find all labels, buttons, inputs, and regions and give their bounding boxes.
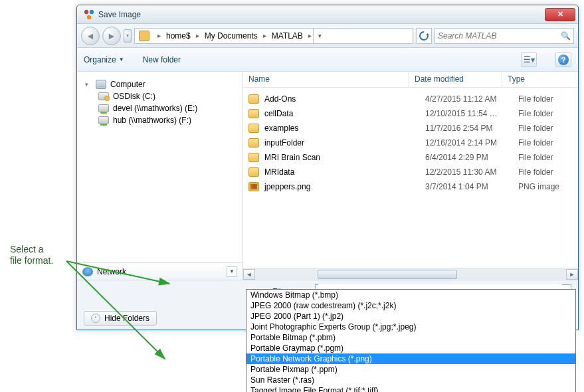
list-item[interactable]: examples11/7/2016 2:54 PMFile folder	[243, 121, 578, 136]
chevron-right-icon: ▸	[262, 32, 268, 39]
cell-type: File folder	[518, 153, 573, 162]
scroll-track[interactable]	[255, 269, 566, 280]
breadcrumb-segment[interactable]: My Documents	[201, 29, 262, 43]
filetype-option[interactable]: Sun Raster (*.ras)	[246, 375, 575, 385]
chevron-down-icon[interactable]: ▼	[227, 266, 237, 277]
folder-icon	[248, 167, 259, 177]
column-type[interactable]: Type	[502, 72, 578, 87]
tree-node-drive[interactable]: OSDisk (C:)	[98, 90, 239, 102]
folder-icon	[248, 138, 259, 147]
filetype-option[interactable]: Tagged Image File Format (*.tif;*.tiff)	[246, 385, 575, 392]
scroll-right-button[interactable]: ►	[566, 269, 578, 280]
save-image-dialog: Save Image ✕ ◄ ► ▾ ▸ home$ ▸ My Document…	[76, 5, 579, 330]
column-date[interactable]: Date modified	[409, 72, 502, 87]
help-button[interactable]: ?	[555, 52, 571, 67]
filetype-option[interactable]: JPEG 2000 (raw codestream) (*.j2c;*.j2k)	[246, 300, 575, 311]
cell-date: 3/7/2014 1:04 PM	[425, 182, 518, 191]
filetype-option[interactable]: JPEG 2000 (Part 1) (*.jp2)	[246, 311, 575, 322]
search-input[interactable]	[438, 31, 561, 41]
breadcrumb-segment[interactable]: home$	[162, 29, 195, 43]
cell-type: File folder	[518, 94, 573, 104]
tree-node-computer[interactable]: ▾ Computer	[85, 78, 239, 90]
folder-icon	[139, 31, 149, 41]
refresh-button[interactable]	[416, 28, 432, 44]
network-drive-icon	[98, 116, 109, 124]
cell-date: 6/4/2014 2:29 PM	[425, 153, 518, 162]
breadcrumb-dropdown[interactable]: ▾	[313, 29, 326, 43]
callout-line1: Select a	[10, 244, 53, 255]
filetype-option[interactable]: Joint Photographic Experts Group (*.jpg;…	[246, 322, 575, 332]
cell-name: Add-Ons	[264, 94, 425, 104]
cell-name: jpeppers.png	[264, 182, 425, 191]
horizontal-scrollbar[interactable]: ◄ ►	[243, 268, 578, 280]
chevron-right-icon: ▸	[307, 32, 313, 39]
filetype-option[interactable]: Portable Bitmap (*.pbm)	[246, 332, 575, 343]
close-button[interactable]: ✕	[545, 8, 575, 21]
hide-folders-button[interactable]: ˄ Hide Folders	[84, 311, 157, 326]
hide-folders-label: Hide Folders	[104, 314, 149, 323]
breadcrumb[interactable]: ▸ home$ ▸ My Documents ▸ MATLAB ▸ ▾	[134, 28, 413, 44]
column-headers[interactable]: Name Date modified Type	[243, 72, 578, 88]
file-list[interactable]: Add-Ons4/27/2015 11:12 AMFile foldercell…	[243, 88, 578, 268]
folder-icon	[248, 124, 259, 133]
title-bar[interactable]: Save Image ✕	[77, 5, 578, 24]
search-box[interactable]: 🔍	[435, 28, 574, 44]
tree-node-drive[interactable]: hub (\\mathworks) (F:)	[98, 114, 239, 126]
nav-back-button[interactable]: ◄	[81, 27, 100, 45]
nav-forward-button[interactable]: ►	[102, 27, 121, 45]
list-item[interactable]: jpeppers.png3/7/2014 1:04 PMPNG image	[243, 179, 578, 194]
list-item[interactable]: MRIdata12/2/2015 11:30 AMFile folder	[243, 165, 578, 179]
list-item[interactable]: cellData12/10/2015 11:54 …File folder	[243, 106, 578, 121]
network-drive-icon	[98, 104, 109, 112]
cell-type: File folder	[518, 138, 573, 147]
list-item[interactable]: MRI Brain Scan6/4/2014 2:29 PMFile folde…	[243, 150, 578, 165]
column-name[interactable]: Name	[243, 72, 409, 87]
cell-type: PNG image	[518, 182, 573, 191]
cell-type: File folder	[518, 109, 573, 118]
nav-bar: ◄ ► ▾ ▸ home$ ▸ My Documents ▸ MATLAB ▸ …	[77, 24, 578, 48]
cell-type: File folder	[518, 167, 573, 177]
breadcrumb-segment[interactable]: MATLAB	[268, 29, 307, 43]
cell-name: cellData	[264, 109, 425, 118]
nav-pane-network[interactable]: Network ▼	[77, 262, 243, 280]
new-folder-button[interactable]: New folder	[143, 55, 181, 64]
list-item[interactable]: Add-Ons4/27/2015 11:12 AMFile folder	[243, 92, 578, 106]
filetype-option[interactable]: Windows Bitmap (*.bmp)	[246, 290, 575, 300]
cell-date: 4/27/2015 11:12 AM	[425, 94, 518, 104]
tree-label: Computer	[110, 80, 146, 89]
list-item[interactable]: inputFolder12/16/2014 2:14 PMFile folder	[243, 136, 578, 150]
views-button[interactable]: ☰▾	[521, 52, 537, 67]
cell-date: 12/10/2015 11:54 …	[425, 109, 518, 118]
expand-icon[interactable]: ▾	[85, 81, 92, 88]
scroll-thumb[interactable]	[318, 270, 458, 279]
network-label: Network	[97, 267, 126, 276]
tree-node-drive[interactable]: devel (\\mathworks) (E:)	[98, 102, 239, 114]
saveastype-dropdown[interactable]: Windows Bitmap (*.bmp)JPEG 2000 (raw cod…	[246, 289, 576, 392]
folder-tree[interactable]: ▾ Computer OSDisk (C:) devel (\\mathwork…	[77, 72, 243, 262]
chevron-right-icon: ▸	[195, 32, 201, 39]
toolbar: Organize ▼ New folder ☰▾ ?	[77, 48, 578, 72]
cell-name: inputFolder	[264, 138, 425, 147]
tree-label: hub (\\mathworks) (F:)	[113, 116, 191, 125]
computer-icon	[96, 80, 106, 89]
tree-label: OSDisk (C:)	[113, 92, 155, 101]
filetype-option[interactable]: Portable Graymap (*.pgm)	[246, 343, 575, 353]
image-icon	[248, 182, 259, 191]
help-icon: ?	[558, 54, 569, 65]
tree-label: devel (\\mathworks) (E:)	[113, 104, 197, 113]
search-icon: 🔍	[561, 31, 571, 41]
filetype-option[interactable]: Portable Pixmap (*.ppm)	[246, 364, 575, 375]
network-icon	[82, 267, 93, 276]
matlab-icon	[84, 9, 94, 20]
organize-button[interactable]: Organize ▼	[84, 55, 124, 64]
scroll-left-button[interactable]: ◄	[243, 269, 255, 280]
cell-date: 12/2/2015 11:30 AM	[425, 167, 518, 177]
cell-type: File folder	[518, 124, 573, 133]
drive-icon	[98, 92, 109, 100]
cell-date: 12/16/2014 2:14 PM	[425, 138, 518, 147]
folder-icon	[248, 94, 259, 104]
cell-name: MRIdata	[264, 167, 425, 177]
filetype-option[interactable]: Portable Network Graphics (*.png)	[246, 353, 575, 364]
cell-name: MRI Brain Scan	[264, 153, 425, 162]
nav-recent-button[interactable]: ▾	[124, 29, 132, 43]
